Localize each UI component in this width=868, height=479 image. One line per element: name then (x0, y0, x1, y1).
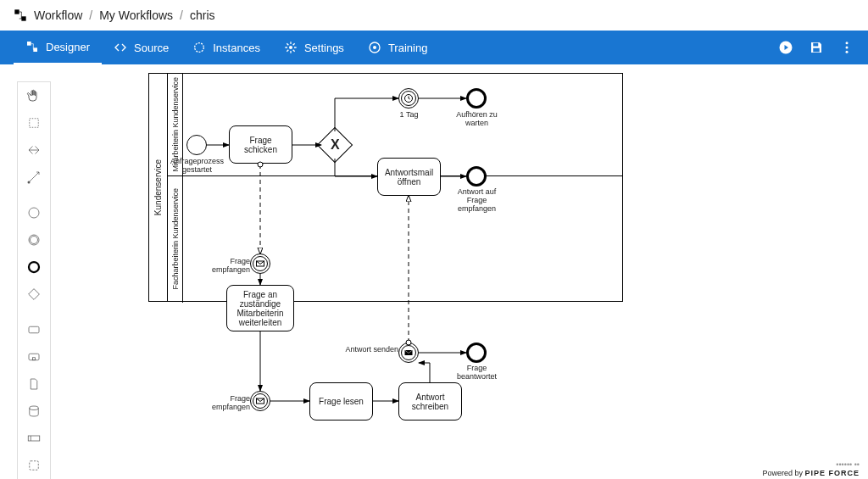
tab-designer[interactable]: Designer (14, 31, 102, 64)
tab-source-label: Source (134, 42, 169, 54)
tool-connect[interactable] (18, 164, 50, 191)
svg-point-12 (846, 47, 849, 49)
svg-rect-25 (28, 436, 40, 441)
footer-line1: •••••• •• (762, 460, 860, 469)
intermediate-timer-event[interactable] (398, 88, 419, 109)
end-event-antwort[interactable] (466, 166, 487, 187)
workspace[interactable]: Kundin Kundenservice Mitarbeiterin Kunde… (0, 64, 868, 460)
message-event-frage2[interactable] (250, 391, 270, 411)
svg-point-4 (195, 43, 204, 53)
svg-point-7 (373, 46, 376, 49)
svg-point-15 (28, 181, 31, 184)
message-throw-antwort[interactable] (398, 343, 419, 363)
svg-point-13 (846, 51, 849, 53)
target-icon (368, 41, 381, 54)
workflow-icon (14, 8, 27, 22)
play-icon[interactable] (778, 40, 793, 55)
timer-label: 1 Tag (394, 111, 424, 120)
clock-icon (403, 93, 414, 103)
lane-facharbeiterin-label: Facharbeiterin Kundenservice (168, 175, 183, 303)
tab-designer-label: Designer (46, 41, 90, 53)
svg-point-5 (289, 46, 292, 49)
tool-subprocess[interactable] (18, 343, 50, 370)
toolbar: Designer Source Instances Settings Train… (0, 31, 868, 64)
tab-training-label: Training (388, 42, 427, 54)
tool-gateway[interactable] (18, 281, 50, 308)
tool-task[interactable] (18, 316, 50, 343)
tab-instances-label: Instances (213, 42, 260, 54)
code-icon (114, 41, 127, 54)
tab-settings[interactable]: Settings (272, 31, 356, 64)
tool-end-event[interactable] (18, 253, 50, 281)
gear-icon (284, 41, 298, 54)
tool-start-event[interactable] (18, 199, 50, 226)
end-event-beantwortet[interactable] (466, 343, 487, 363)
end-event-aufhoeren[interactable] (466, 88, 487, 109)
svg-point-18 (31, 237, 38, 244)
footer-powered: Powered by (762, 469, 803, 477)
start-event-label: Anfrageprozess gestartet (170, 158, 225, 175)
svg-rect-9 (813, 43, 818, 47)
svg-point-19 (29, 262, 39, 272)
task-antwort-schreiben[interactable]: Antwort schreiben (398, 382, 462, 421)
task-frage-lesen[interactable]: Frage lesen (309, 382, 373, 421)
palette (17, 81, 51, 479)
tool-lasso[interactable] (18, 109, 50, 136)
start-event-anfrage[interactable] (186, 135, 207, 155)
svg-rect-21 (29, 326, 39, 333)
pool-kundenservice-label: Kundenservice (149, 74, 168, 301)
tool-group[interactable] (18, 452, 50, 479)
bpmn-canvas[interactable]: Kundin Kundenservice Mitarbeiterin Kunde… (148, 73, 623, 471)
svg-point-11 (846, 42, 849, 44)
breadcrumb-sep: / (89, 8, 92, 22)
tab-source[interactable]: Source (102, 31, 181, 64)
svg-rect-1 (21, 16, 25, 20)
svg-rect-27 (30, 461, 39, 471)
instances-icon (192, 41, 206, 54)
svg-rect-14 (30, 119, 39, 128)
svg-point-16 (29, 208, 39, 218)
envelope-filled-icon (403, 348, 414, 358)
svg-rect-10 (813, 48, 820, 53)
svg-rect-22 (29, 354, 39, 360)
task-antwort-oeffnen[interactable]: Antwortsmail öffnen (377, 158, 441, 196)
tab-training[interactable]: Training (356, 31, 439, 64)
tool-data-object[interactable] (18, 370, 50, 398)
breadcrumb-root[interactable]: Workflow (34, 8, 82, 22)
svg-rect-2 (27, 42, 31, 46)
breadcrumb-sep: / (180, 8, 183, 22)
msg1-label: Frage empfangen (191, 258, 250, 275)
tabs: Designer Source Instances Settings Train… (14, 31, 439, 64)
breadcrumb: Workflow / My Workflows / chris (0, 0, 868, 31)
end3-label: Frage beantwortet (453, 365, 500, 382)
breadcrumb-mid[interactable]: My Workflows (99, 8, 173, 22)
tab-instances[interactable]: Instances (181, 31, 272, 64)
tool-data-store[interactable] (18, 398, 50, 425)
envelope-icon (255, 396, 265, 406)
tool-space[interactable] (18, 136, 50, 164)
msg2-label: Frage empfangen (191, 395, 250, 412)
svg-point-24 (30, 406, 39, 410)
tool-intermediate-event[interactable] (18, 226, 50, 253)
envelope-icon (255, 259, 265, 269)
throw-label: Antwort senden (339, 346, 398, 354)
footer-brand: PIPE FORCE (804, 469, 860, 477)
footer: •••••• •• Powered by PIPE FORCE (762, 460, 860, 477)
message-event-frage1[interactable] (250, 253, 270, 274)
svg-rect-23 (33, 358, 36, 360)
svg-rect-20 (29, 289, 40, 300)
svg-rect-0 (14, 9, 19, 14)
task-weiterleiten[interactable]: Frage an zuständige Mitarbeiterin weiter… (226, 285, 294, 331)
tab-settings-label: Settings (304, 42, 344, 54)
end-event-antwort-label: Antwort auf Frage empfangen (449, 188, 504, 214)
end-event-aufhoeren-label: Aufhören zu warten (453, 111, 500, 128)
toolbar-actions (778, 40, 854, 55)
task-frage-schicken[interactable]: Frage schicken (229, 125, 292, 164)
more-icon[interactable] (839, 40, 854, 55)
tool-pool[interactable] (18, 425, 50, 452)
designer-icon (25, 40, 39, 53)
save-icon[interactable] (809, 40, 824, 55)
tool-hand[interactable] (18, 82, 50, 109)
breadcrumb-leaf[interactable]: chris (190, 8, 215, 22)
